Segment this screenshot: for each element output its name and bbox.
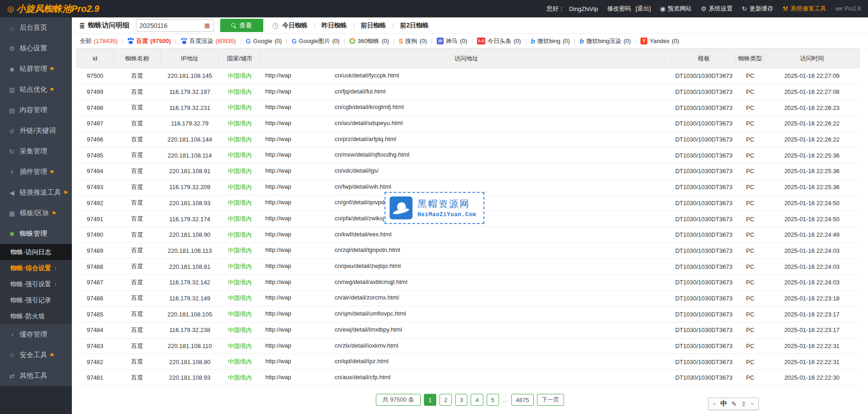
cell-id: 97499 (77, 84, 114, 100)
page-button[interactable]: 3 (455, 394, 467, 406)
account-links: 修改密码 [退出] (607, 5, 651, 13)
pin-icon: ⚑ (51, 210, 56, 217)
url-suffix: cn/ias/detail/sdspeyu.html (335, 120, 403, 126)
sidebar-item-链接推送工具[interactable]: ◀链接推送工具⚑ (0, 182, 72, 203)
repair-tool-link[interactable]: ⚒ 系统修复工具 (782, 5, 826, 13)
filter-item[interactable]: 神神马(0) (437, 37, 467, 45)
calendar-icon[interactable]: ▦ (204, 22, 210, 29)
quick-link[interactable]: 今日蜘蛛 (282, 22, 308, 30)
quick-link[interactable]: 前日蜘蛛 (361, 22, 386, 30)
drag-handle-icon: + (713, 400, 716, 407)
sidebar-item-蜘蛛管理[interactable]: ✱蜘蛛管理 (0, 223, 72, 244)
document-icon: ▤ (8, 107, 16, 114)
logout-link[interactable]: [退出] (635, 5, 651, 13)
cell-time: 2025-01-16 22:23:18 (765, 290, 860, 306)
censored-domain (291, 120, 335, 128)
sidebar-subitem[interactable]: 蜘蛛·防火墙 (0, 308, 72, 324)
change-password-link[interactable]: 修改密码 (607, 5, 631, 13)
cell-ip: 220.181.108.93 (161, 195, 219, 211)
sidebar-item-模板/区块[interactable]: ▦模板/区块⚑ (0, 203, 72, 223)
censored-domain (291, 88, 335, 96)
sidebar-item-缓存管理[interactable]: ◔缓存管理 (0, 324, 72, 345)
url-prefix: http://wap (266, 136, 291, 142)
page-button[interactable]: 5 (487, 394, 499, 406)
filter-item[interactable]: YYandex(0) (640, 38, 679, 44)
sidebar-item-站点优化[interactable]: ▥站点优化⚑ (0, 79, 72, 100)
filter-item[interactable]: 百度(97500) (127, 37, 171, 45)
url-suffix: cn/zql/detail/lgnpotn.html (335, 247, 400, 254)
filter-item[interactable]: GGoogle(0) (246, 38, 282, 45)
cell-name: 百度 (114, 227, 161, 243)
page-button[interactable]: 4 (471, 394, 483, 406)
url-prefix: http://wap (266, 374, 291, 381)
quick-link[interactable]: 昨日蜘蛛 (321, 22, 347, 30)
cell-id: 97491 (77, 211, 114, 227)
cell-id: 97486 (77, 290, 114, 306)
filter-item[interactable]: S搜狗(0) (399, 37, 427, 45)
filter-count: (0) (332, 38, 340, 44)
sidebar-item-后台首页[interactable]: ⌂后台首页 (0, 17, 72, 38)
sidebar-item-外链/关键词[interactable]: ☌外链/关键词 (0, 120, 72, 141)
sidebar-subitem[interactable]: 蜘蛛·强引记录 (0, 292, 72, 308)
spider-filter-bar: 全部(178435)|百度(97500)|百度渲染(80935)|GGoogle… (72, 34, 868, 49)
cell-type: PC (736, 290, 765, 306)
preview-site-link[interactable]: ◉ 预览网站 (660, 5, 692, 13)
cell-time: 2025-01-16 22:23:17 (765, 306, 860, 322)
filter-count: (97500) (150, 38, 171, 44)
cell-id: 97482 (77, 354, 114, 370)
filter-item[interactable]: 百度渲染(80935) (181, 37, 236, 45)
filter-item[interactable]: 360蜘蛛(0) (349, 37, 389, 45)
sidebar-item-安全工具[interactable]: ☉安全工具⚑ (0, 345, 72, 365)
sidebar-item-站群管理[interactable]: ☻站群管理⚑ (0, 59, 72, 79)
quick-link[interactable]: 前2日蜘蛛 (400, 22, 429, 30)
cell-ip: 116.179.32.142 (161, 274, 219, 290)
update-cache-link[interactable]: ↻ 更新缓存 (742, 5, 773, 13)
sidebar-item-采集管理[interactable]: ↻采集管理 (0, 141, 72, 162)
url-prefix: http://wap (266, 342, 291, 349)
cell-name: 百度 (114, 290, 161, 306)
sidebar-subitem[interactable]: 蜘蛛·强引设置↑ (0, 276, 72, 292)
watermark: 黑帽资源网 HeiMaoZiYuan.Com (385, 192, 484, 224)
cell-ip: 116.179.32.197 (161, 84, 219, 100)
url-prefix: http://wap (266, 120, 291, 126)
page-button[interactable]: 1 (424, 394, 436, 406)
url-suffix: cn/zlx/detail/ioxkmv.html (335, 342, 398, 349)
filter-item[interactable]: GGoogle图片(0) (292, 37, 340, 45)
sidebar-subitem[interactable]: 蜘蛛·综合设置↑ (0, 260, 72, 276)
filter-item[interactable]: b微软bing渲染(0) (580, 37, 631, 45)
sidebar-subitem[interactable]: 蜘蛛·访问日志 (0, 244, 72, 260)
cell-ip: 220.181.108.113 (161, 243, 219, 259)
sidebar: ⌂后台首页⚙核心设置☻站群管理⚑▥站点优化⚑▤内容管理☌外链/关键词↻采集管理⚡… (0, 17, 72, 414)
column-header: 访问时间 (765, 49, 860, 68)
ime-pen-icon[interactable]: ✎ (732, 400, 737, 408)
ime-lang-indicator[interactable]: 中 (721, 399, 727, 408)
sidebar-item-核心设置[interactable]: ⚙核心设置 (0, 38, 72, 59)
separator: | (240, 38, 241, 44)
filter-item[interactable]: 全部(178435) (80, 37, 118, 45)
url-prefix: http://wap (266, 88, 291, 95)
ime-toolbar[interactable]: + 中 ✎ ⇧ + (708, 398, 759, 410)
sidebar-item-内容管理[interactable]: ▤内容管理 (0, 100, 72, 120)
ime-keyboard-icon[interactable]: ⇧ (741, 400, 746, 408)
page-button[interactable]: 2 (439, 394, 452, 406)
filter-label: 今日头条 (488, 37, 511, 45)
drag-handle-icon: + (750, 400, 754, 407)
table-row: 97483百度220.181.108.110中国境内http://wapcn/z… (77, 338, 860, 354)
version-label: ver Pro2.9 (835, 5, 861, 12)
user-icon: ☻ (8, 65, 16, 73)
sidebar-item-label: 站点优化 (20, 85, 47, 94)
page-button[interactable]: 4875 (511, 394, 534, 406)
system-settings-link[interactable]: ⚙ 系统设置 (701, 5, 733, 13)
cell-time: 2025-01-16 22:25:36 (765, 163, 860, 180)
filter-item[interactable]: 头条今日头条(0) (477, 37, 521, 45)
cell-ip: 220.181.108.110 (161, 338, 219, 354)
cell-country: 中国境内 (219, 243, 261, 259)
sidebar-item-其他工具[interactable]: ⇄其他工具 (0, 365, 72, 386)
next-page-button[interactable]: 下一页 (537, 394, 564, 406)
sidebar-item-插件管理[interactable]: ⚡插件管理⚑ (0, 162, 72, 182)
filter-count: (0) (624, 38, 631, 44)
view-button[interactable]: 查看 (220, 19, 263, 32)
date-input[interactable] (140, 22, 205, 29)
filter-item[interactable]: b微软bing(0) (531, 37, 570, 45)
hat-logo-icon (390, 196, 412, 219)
